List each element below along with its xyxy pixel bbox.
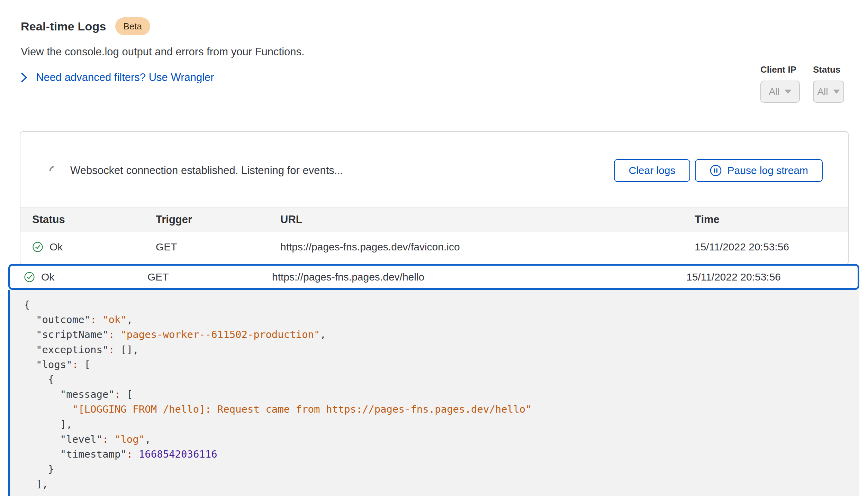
url-cell: https://pages-fns.pages.dev/hello — [272, 271, 686, 283]
clear-logs-button[interactable]: Clear logs — [614, 159, 690, 182]
status-dropdown[interactable]: All — [813, 81, 844, 103]
column-header-url: URL — [280, 213, 695, 226]
filter-status: Status All — [813, 64, 844, 103]
table-header: Status Trigger URL Time — [20, 207, 848, 232]
table-row[interactable]: Ok GET https://pages-fns.pages.dev/favic… — [20, 233, 848, 261]
caret-down-icon — [833, 90, 840, 94]
pause-icon — [709, 164, 722, 177]
check-circle-icon — [24, 272, 35, 283]
status-text: Ok — [41, 271, 54, 283]
page-header: Real-time Logs Beta View the console.log… — [21, 17, 305, 84]
client-ip-label: Client IP — [760, 64, 796, 75]
status-text: Ok — [49, 241, 63, 253]
client-ip-dropdown[interactable]: All — [760, 81, 800, 103]
websocket-status-text: Websocket connection established. Listen… — [70, 164, 343, 177]
time-cell: 15/11/2022 20:53:56 — [686, 271, 858, 283]
column-header-trigger: Trigger — [156, 213, 280, 226]
time-cell: 15/11/2022 20:53:56 — [695, 241, 848, 253]
beta-badge: Beta — [115, 17, 151, 35]
client-ip-value: All — [769, 86, 779, 97]
caret-down-icon — [785, 90, 792, 94]
expanded-entry-row[interactable]: Ok GET https://pages-fns.pages.dev/hello… — [8, 264, 859, 290]
wrangler-link-row[interactable]: Need advanced filters? Use Wrangler — [21, 71, 305, 84]
pause-log-stream-label: Pause log stream — [727, 165, 808, 176]
status-value: All — [817, 86, 828, 97]
wrangler-link[interactable]: Need advanced filters? Use Wrangler — [36, 71, 214, 84]
logs-toolbar: Websocket connection established. Listen… — [49, 159, 823, 182]
status-cell: Ok — [32, 241, 156, 253]
toolbar-buttons: Clear logs Pause log stream — [614, 159, 823, 182]
trigger-cell: GET — [156, 241, 280, 253]
filters: Client IP All Status All — [760, 64, 844, 103]
websocket-status: Websocket connection established. Listen… — [49, 164, 343, 177]
log-json-detail: { "outcome": "ok", "scriptName": "pages-… — [8, 290, 859, 496]
spinner-icon — [48, 164, 61, 177]
url-cell: https://pages-fns.pages.dev/favicon.ico — [280, 241, 695, 253]
clear-logs-label: Clear logs — [629, 165, 675, 176]
logs-panel: Websocket connection established. Listen… — [20, 131, 849, 265]
pause-log-stream-button[interactable]: Pause log stream — [695, 159, 823, 182]
filter-client-ip: Client IP All — [760, 64, 800, 103]
page-subtitle: View the console.log output and errors f… — [21, 46, 305, 58]
column-header-status: Status — [32, 213, 156, 226]
column-header-time: Time — [695, 213, 848, 226]
page-title: Real-time Logs — [21, 20, 106, 33]
check-circle-icon — [32, 241, 43, 252]
expanded-log-entry: Ok GET https://pages-fns.pages.dev/hello… — [8, 264, 859, 496]
status-cell: Ok — [24, 271, 147, 283]
trigger-cell: GET — [147, 271, 272, 283]
chevron-right-icon — [21, 72, 28, 83]
status-label: Status — [813, 64, 840, 75]
title-row: Real-time Logs Beta — [21, 17, 305, 35]
